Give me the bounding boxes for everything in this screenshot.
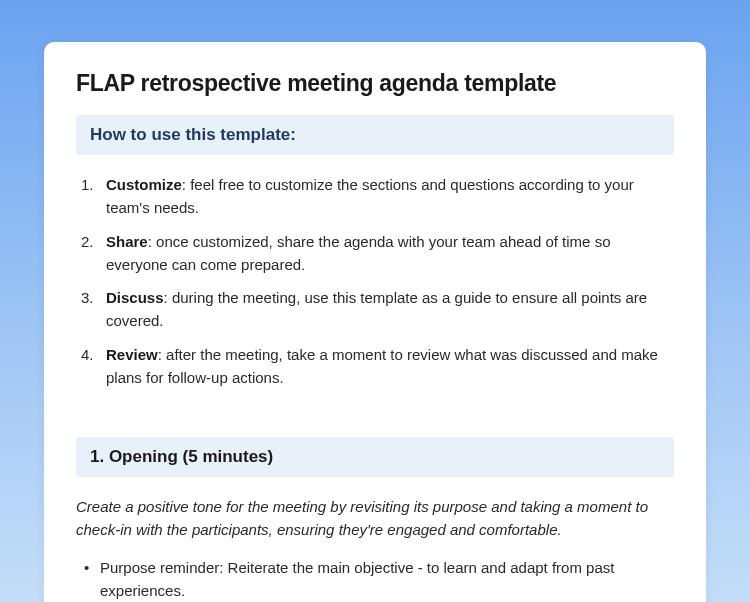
- list-item: Review: after the meeting, take a moment…: [76, 343, 674, 390]
- document-card: FLAP retrospective meeting agenda templa…: [44, 42, 706, 602]
- step-text: : during the meeting, use this template …: [106, 289, 647, 329]
- section-1-bullets: Purpose reminder: Reiterate the main obj…: [76, 556, 674, 603]
- step-bold: Customize: [106, 176, 182, 193]
- list-item: Discuss: during the meeting, use this te…: [76, 286, 674, 333]
- how-to-heading: How to use this template:: [90, 125, 296, 144]
- list-item: Purpose reminder: Reiterate the main obj…: [76, 556, 674, 603]
- section-1-banner: 1. Opening (5 minutes): [76, 437, 674, 477]
- section-1-intro: Create a positive tone for the meeting b…: [76, 495, 674, 542]
- how-to-banner: How to use this template:: [76, 115, 674, 155]
- how-to-steps: Customize: feel free to customize the se…: [76, 173, 674, 389]
- step-bold: Review: [106, 346, 158, 363]
- list-item: Customize: feel free to customize the se…: [76, 173, 674, 220]
- step-text: : feel free to customize the sections an…: [106, 176, 634, 216]
- list-item: Share: once customized, share the agenda…: [76, 230, 674, 277]
- step-text: : after the meeting, take a moment to re…: [106, 346, 658, 386]
- step-text: : once customized, share the agenda with…: [106, 233, 610, 273]
- page-title: FLAP retrospective meeting agenda templa…: [76, 70, 674, 97]
- step-bold: Discuss: [106, 289, 164, 306]
- step-bold: Share: [106, 233, 148, 250]
- section-1-heading: 1. Opening (5 minutes): [90, 447, 273, 466]
